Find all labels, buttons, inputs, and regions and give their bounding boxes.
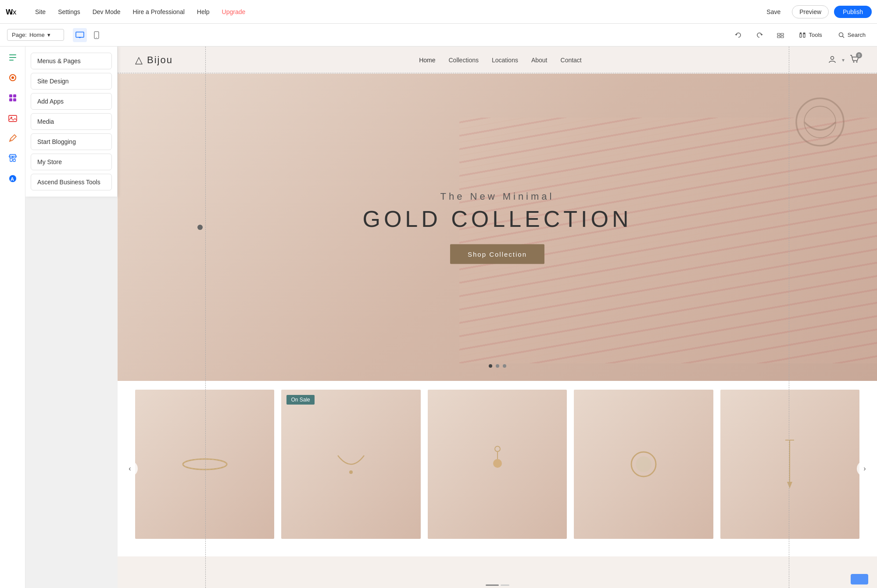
redo-icon xyxy=(756,32,763,39)
nav-help[interactable]: Help xyxy=(191,0,216,24)
svg-marker-48 xyxy=(787,482,792,488)
products-section: ‹ On Sale xyxy=(118,381,877,556)
start-blogging-button[interactable]: Start Blogging xyxy=(31,133,112,150)
bottom-right-hint[interactable] xyxy=(851,574,868,584)
carousel-drag-handle[interactable] xyxy=(197,225,203,230)
site-nav-contact[interactable]: Contact xyxy=(561,57,582,64)
svg-point-33 xyxy=(831,56,834,59)
cart-badge: 0 xyxy=(856,52,862,58)
sidebar-blog[interactable] xyxy=(4,129,22,147)
svg-point-34 xyxy=(853,61,855,63)
shop-collection-button[interactable]: Shop Collection xyxy=(450,244,544,264)
svg-rect-19 xyxy=(9,60,14,61)
product-card-2[interactable]: On Sale xyxy=(281,390,420,539)
svg-rect-24 xyxy=(9,98,12,101)
site-header: △ Bijou Home Collections Locations About… xyxy=(118,47,877,74)
jewelry-decoration xyxy=(780,82,859,161)
necklace-icon xyxy=(333,447,369,482)
products-prev-button[interactable]: ‹ xyxy=(122,461,138,477)
site-nav: Home Collections Locations About Contact xyxy=(173,57,828,64)
nav-dev-mode[interactable]: Dev Mode xyxy=(86,0,127,24)
ascend-tools-button[interactable]: Ascend Business Tools xyxy=(31,174,112,190)
product-card-1[interactable] xyxy=(135,390,274,539)
publish-button[interactable]: Publish xyxy=(834,6,872,18)
cart-icon-wrap[interactable]: 0 xyxy=(850,55,859,65)
zoom-button[interactable] xyxy=(773,28,788,42)
svg-point-41 xyxy=(495,446,500,452)
sidebar-ascend[interactable]: A xyxy=(4,169,22,188)
desktop-device-button[interactable] xyxy=(73,28,87,42)
product-image-2 xyxy=(281,390,420,539)
product-card-4[interactable] xyxy=(574,390,713,539)
mobile-device-button[interactable] xyxy=(89,28,104,42)
logo-text: Bijou xyxy=(147,54,173,66)
hero-content: The New Minimal GOLD COLLECTION Shop Col… xyxy=(362,191,632,264)
add-apps-button[interactable]: Add Apps xyxy=(31,93,112,110)
sidebar-menus-pages[interactable] xyxy=(4,48,22,67)
redo-button[interactable] xyxy=(752,28,766,42)
nav-settings[interactable]: Settings xyxy=(52,0,86,24)
top-bar: W ix Site Settings Dev Mode Hire a Profe… xyxy=(0,0,877,24)
site-nav-about[interactable]: About xyxy=(531,57,548,64)
sidebar-media[interactable] xyxy=(4,109,22,127)
svg-point-36 xyxy=(796,98,844,146)
my-store-button[interactable]: My Store xyxy=(31,154,112,170)
media-button[interactable]: Media xyxy=(31,113,112,130)
product-image-5 xyxy=(720,390,859,539)
svg-rect-14 xyxy=(803,33,805,34)
save-button[interactable]: Save xyxy=(760,6,787,18)
nav-upgrade[interactable]: Upgrade xyxy=(216,0,252,24)
svg-point-37 xyxy=(804,106,836,138)
sub-bar-right: Tools Search xyxy=(731,28,870,42)
svg-rect-9 xyxy=(777,36,780,38)
site-design-button[interactable]: Site Design xyxy=(31,73,112,90)
chevron-account-icon[interactable]: ▾ xyxy=(842,57,845,63)
svg-line-16 xyxy=(842,36,844,38)
tools-icon xyxy=(799,32,806,39)
hero-subtitle: The New Minimal xyxy=(362,191,632,202)
menus-pages-button[interactable]: Menus & Pages xyxy=(31,53,112,69)
website-preview: △ Bijou Home Collections Locations About… xyxy=(118,47,877,588)
nav-site[interactable]: Site xyxy=(29,0,52,24)
account-icon[interactable] xyxy=(828,55,837,66)
wix-logo-icon: W ix xyxy=(5,7,21,17)
carousel-dot-3[interactable] xyxy=(503,364,506,368)
page-label: Page: xyxy=(12,32,27,38)
undo-button[interactable] xyxy=(731,28,745,42)
logo-triangle-icon: △ xyxy=(135,54,143,66)
store-icon xyxy=(8,154,18,163)
product-card-3[interactable] xyxy=(428,390,567,539)
site-nav-home[interactable]: Home xyxy=(419,57,435,64)
sidebar-add-apps[interactable] xyxy=(4,89,22,107)
top-bar-right: Save Preview Publish xyxy=(760,5,872,18)
search-icon xyxy=(838,32,845,39)
svg-text:ix: ix xyxy=(11,8,17,16)
page-name: Home xyxy=(29,32,45,38)
sub-bar: Page: Home ▾ xyxy=(0,24,877,47)
carousel-dot-1[interactable] xyxy=(489,364,492,368)
canvas-area: △ Bijou Home Collections Locations About… xyxy=(118,47,877,588)
sidebar-store[interactable] xyxy=(4,149,22,168)
chevron-down-icon: ▾ xyxy=(47,32,50,38)
wix-logo-wrap: W ix xyxy=(5,7,21,17)
nav-hire[interactable]: Hire a Professional xyxy=(127,0,191,24)
site-nav-collections[interactable]: Collections xyxy=(449,57,479,64)
sidebar-site-design[interactable] xyxy=(4,68,22,87)
search-button[interactable]: Search xyxy=(834,29,870,41)
svg-point-43 xyxy=(493,459,502,468)
bracelet-icon xyxy=(179,451,231,477)
svg-rect-25 xyxy=(13,98,16,101)
preview-button[interactable]: Preview xyxy=(792,5,829,18)
page-selector[interactable]: Page: Home ▾ xyxy=(7,29,64,41)
site-nav-locations[interactable]: Locations xyxy=(492,57,518,64)
products-next-button[interactable]: › xyxy=(857,461,873,477)
hero-section: The New Minimal GOLD COLLECTION Shop Col… xyxy=(118,74,877,381)
product-image-4 xyxy=(574,390,713,539)
svg-rect-10 xyxy=(781,36,784,38)
svg-point-40 xyxy=(349,470,353,474)
product-card-5[interactable] xyxy=(720,390,859,539)
top-nav: Site Settings Dev Mode Hire a Profession… xyxy=(29,0,760,24)
ring-icon xyxy=(626,442,661,486)
tools-button[interactable]: Tools xyxy=(795,29,826,41)
carousel-dot-2[interactable] xyxy=(496,364,499,368)
